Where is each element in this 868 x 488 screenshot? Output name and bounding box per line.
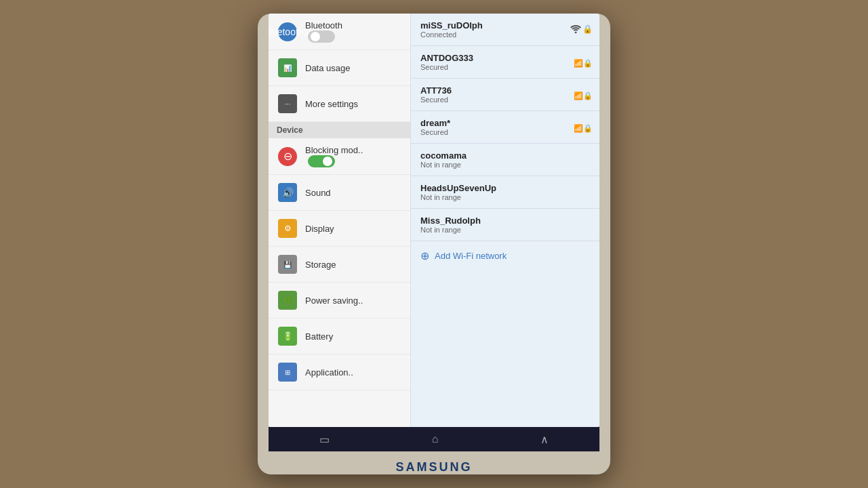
wifi-name-miss-rudolph: Miss_Rudolph [420, 216, 590, 226]
wifi-panel: miSS_ruDOlph Connected 🔒 [411, 14, 599, 427]
sidebar-item-bluetooth[interactable]: Bluetooth;β Bluetooth [269, 14, 410, 50]
wifi-status-headsup: Not in range [420, 193, 590, 201]
wifi-name-headsup: HeadsUpSevenUp [420, 183, 590, 193]
nav-home-button[interactable]: ⌂ [432, 433, 439, 445]
wifi-name-antdog: ANTDOG333 [420, 53, 590, 63]
wifi-network-antdog333[interactable]: ANTDOG333 Secured 📶🔒 [411, 46, 599, 79]
more-settings-icon: ··· [277, 93, 298, 115]
wifi-network-dream[interactable]: dream* Secured 📶🔒 [411, 111, 599, 144]
wifi-name-att736: ATT736 [420, 85, 590, 96]
wifi-signal-icon: 🔒 [570, 24, 593, 35]
wifi-network-miss-rudolph-connected[interactable]: miSS_ruDOlph Connected 🔒 [411, 14, 599, 46]
power-saving-label: Power saving.. [305, 296, 363, 306]
sidebar-item-storage[interactable]: 💾 Storage [269, 247, 410, 283]
blocking-mode-toggle[interactable] [308, 155, 335, 167]
add-wifi-label: Add Wi-Fi network [435, 251, 507, 261]
wifi-icon-dream: 📶🔒 [574, 122, 593, 133]
data-usage-label: Data usage [305, 63, 351, 73]
bluetooth-toggle-container [305, 30, 402, 43]
sound-icon: 🔊 [277, 182, 298, 203]
storage-icon: 💾 [277, 253, 298, 275]
wifi-name: miSS_ruDOlph [420, 20, 590, 30]
blocking-mode-label: Blocking mod.. [305, 145, 402, 155]
blocking-mode-icon: ⊖ [277, 146, 298, 167]
wifi-network-cocomama[interactable]: cocomama Not in range [411, 144, 599, 176]
wifi-status: Connected [420, 30, 590, 39]
wifi-icon-antdog: 📶🔒 [574, 57, 593, 68]
wifi-name-cocomama: cocomama [420, 150, 590, 161]
nav-recent-button[interactable]: ▭ [319, 433, 330, 446]
tablet-device: Bluetooth;β Bluetooth 📊 Data usage [258, 14, 610, 474]
wifi-status-miss-rudolph: Not in range [420, 226, 590, 234]
device-section-header: Device [269, 122, 410, 138]
screen-content: Bluetooth;β Bluetooth 📊 Data usage [269, 14, 599, 456]
more-settings-label: More settings [305, 99, 358, 109]
battery-icon: 🔋 [277, 325, 298, 347]
sidebar-item-blocking-mode[interactable]: ⊖ Blocking mod.. [269, 138, 410, 175]
sidebar-item-sound[interactable]: 🔊 Sound [269, 175, 410, 211]
bluetooth-label: Bluetooth [305, 20, 402, 30]
bluetooth-toggle[interactable] [308, 30, 335, 43]
wifi-status-att736: Secured [420, 96, 590, 104]
bluetooth-icon: Bluetooth;β [277, 21, 298, 43]
add-wifi-icon: ⊕ [420, 249, 429, 262]
wifi-network-headsup[interactable]: HeadsUpSevenUp Not in range [411, 176, 599, 209]
wifi-status-dream: Secured [420, 128, 590, 136]
wifi-name-dream: dream* [420, 118, 590, 128]
sidebar-item-applications[interactable]: ⊞ Application.. [269, 354, 410, 390]
wifi-status-cocomama: Not in range [420, 161, 590, 169]
sidebar-item-data-usage[interactable]: 📊 Data usage [269, 50, 410, 86]
display-label: Display [305, 224, 334, 234]
storage-label: Storage [305, 260, 336, 270]
nav-back-button[interactable]: ∧ [540, 433, 549, 446]
battery-label: Battery [305, 331, 333, 342]
power-saving-icon: 🌿 [277, 289, 298, 311]
blocking-mode-toggle-container [305, 155, 402, 167]
settings-sidebar: Bluetooth;β Bluetooth 📊 Data usage [269, 14, 411, 427]
wifi-status-antdog: Secured [420, 63, 590, 71]
wifi-network-att736[interactable]: ATT736 Secured 📶🔒 [411, 79, 599, 111]
applications-icon: ⊞ [277, 361, 298, 383]
nav-bar: ▭ ⌂ ∧ [269, 427, 599, 451]
sidebar-item-display[interactable]: ⚙ Display [269, 211, 410, 247]
sidebar-item-more-settings[interactable]: ··· More settings [269, 86, 410, 122]
applications-label: Application.. [305, 367, 353, 378]
data-usage-icon: 📊 [277, 57, 298, 79]
tablet-screen: Bluetooth;β Bluetooth 📊 Data usage [269, 14, 599, 427]
wifi-icon-att736: 📶🔒 [574, 89, 593, 100]
sidebar-item-battery[interactable]: 🔋 Battery [269, 319, 410, 354]
wifi-network-miss-rudolph[interactable]: Miss_Rudolph Not in range [411, 209, 599, 241]
display-icon: ⚙ [277, 218, 298, 239]
samsung-brand: SAMSUNG [395, 460, 472, 474]
svg-point-0 [575, 31, 577, 33]
sidebar-item-power-saving[interactable]: 🌿 Power saving.. [269, 283, 410, 319]
add-wifi-button[interactable]: ⊕ Add Wi-Fi network [411, 241, 599, 270]
sound-label: Sound [305, 188, 331, 198]
